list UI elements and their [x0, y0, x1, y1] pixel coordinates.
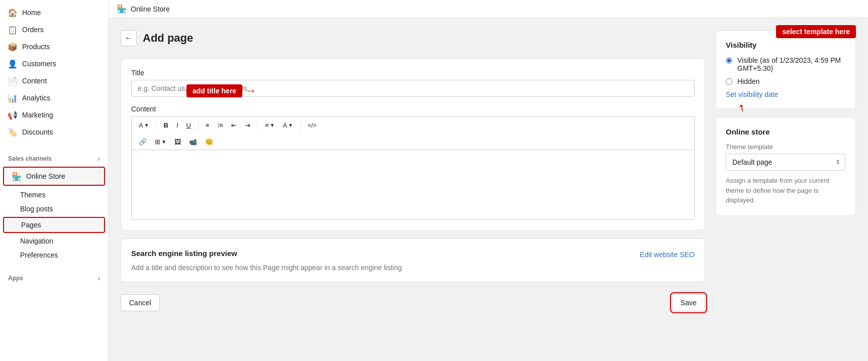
- back-button[interactable]: ←: [121, 30, 137, 46]
- form-panel: ← Add page Title Content A ▼ B I U: [121, 30, 705, 315]
- toolbar-font-dropdown[interactable]: A ▼: [136, 119, 152, 131]
- sidebar-sub-themes[interactable]: Themes: [0, 188, 108, 202]
- editor-body[interactable]: [131, 150, 695, 220]
- discounts-icon: 🏷️: [8, 128, 17, 137]
- visibility-hidden-label: Hidden: [737, 77, 759, 85]
- toolbar-color-dropdown[interactable]: A ▼: [280, 119, 297, 131]
- content-icon: 📄: [8, 76, 17, 85]
- store-title: Online store: [726, 128, 845, 136]
- toolbar-italic[interactable]: I: [173, 119, 181, 131]
- sidebar-item-label: Analytics: [22, 94, 50, 102]
- sidebar-sub-pages[interactable]: Pages: [4, 218, 104, 232]
- topbar: 🏪 Online Store: [109, 0, 868, 18]
- editor-toolbar-row2: 🔗 ⊞ ▼ 🖼 📹 😊: [131, 134, 695, 150]
- visibility-visible-option[interactable]: Visible (as of 1/23/2023, 4:59 PM GMT+5:…: [726, 56, 845, 72]
- apps-chevron-icon: ›: [98, 274, 100, 282]
- chevron-icon: ›: [98, 155, 100, 163]
- template-select[interactable]: Default page page.contact page.faq: [726, 154, 845, 171]
- sidebar-sub-blog-posts[interactable]: Blog posts: [0, 202, 108, 216]
- toolbar-indent-left[interactable]: ⇤: [228, 119, 240, 131]
- editor-toolbar: A ▼ B I U ≡ ⁝≡ ⇤ ⇥ ≡ ▼: [131, 116, 695, 134]
- sidebar-item-label: Home: [22, 9, 41, 17]
- right-panel: Visibility Visible (as of 1/23/2023, 4:5…: [715, 30, 856, 216]
- toolbar-link[interactable]: 🔗: [136, 136, 150, 148]
- toolbar-ol[interactable]: ⁝≡: [215, 119, 227, 131]
- toolbar-ul[interactable]: ≡: [203, 119, 213, 131]
- marketing-icon: 📢: [8, 110, 17, 119]
- sidebar-item-content[interactable]: 📄 Content: [0, 72, 108, 89]
- toolbar-emoji[interactable]: 😊: [202, 136, 216, 148]
- add-title-annotation: add title here: [186, 84, 242, 97]
- toolbar-image[interactable]: 🖼: [171, 136, 184, 148]
- online-store-label: Online Store: [26, 172, 65, 180]
- sidebar-item-customers[interactable]: 👤 Customers: [0, 55, 108, 72]
- home-icon: 🏠: [8, 8, 17, 17]
- page-title: Add page: [143, 32, 193, 45]
- topbar-title: Online Store: [131, 5, 170, 13]
- apps-label: Apps ›: [0, 268, 108, 284]
- seo-title: Search engine listing preview: [131, 249, 237, 258]
- toolbar-sep-1: [156, 121, 157, 130]
- sidebar: 🏠 Home 📋 Orders 📦 Products 👤 Customers 📄…: [0, 0, 109, 361]
- toolbar-bold[interactable]: B: [161, 119, 171, 131]
- visibility-hidden-radio[interactable]: [726, 78, 732, 85]
- sidebar-sub-preferences[interactable]: Preferences: [0, 248, 108, 262]
- visibility-title: Visibility: [726, 41, 845, 49]
- analytics-icon: 📊: [8, 93, 17, 102]
- toolbar-sep-4: [300, 121, 301, 130]
- save-button[interactable]: Save: [672, 294, 705, 311]
- sidebar-item-marketing[interactable]: 📢 Marketing: [0, 106, 108, 124]
- set-visibility-date-link[interactable]: Set visibility date: [726, 90, 845, 98]
- template-select-wrapper: Default page page.contact page.faq: [726, 154, 845, 171]
- toolbar-video[interactable]: 📹: [186, 136, 200, 148]
- toolbar-indent-right[interactable]: ⇥: [242, 119, 253, 131]
- template-label: Theme template: [726, 143, 845, 151]
- page-header: ← Add page: [121, 30, 705, 46]
- toolbar-underline[interactable]: U: [183, 119, 194, 131]
- sidebar-item-online-store[interactable]: 🏪 Online Store: [4, 168, 104, 185]
- main-content: 🏪 Online Store add title here → ← Add pa…: [109, 0, 868, 361]
- customers-icon: 👤: [8, 59, 17, 68]
- online-store-icon: 🏪: [12, 172, 21, 181]
- toolbar-code[interactable]: </>: [305, 120, 319, 131]
- select-template-annotation: select template here: [776, 25, 856, 38]
- sidebar-item-label: Customers: [22, 60, 56, 68]
- sales-channels-label: Sales channels ›: [0, 149, 108, 165]
- bottom-bar: Cancel Save: [121, 290, 705, 315]
- toolbar-sep-2: [198, 121, 199, 130]
- sidebar-item-label: Orders: [22, 26, 44, 34]
- sidebar-item-label: Marketing: [22, 111, 53, 119]
- online-store-card: ↙ Online store Theme template Default pa…: [715, 117, 856, 216]
- sidebar-item-label: Discounts: [22, 128, 53, 136]
- template-desc: Assign a template from your current them…: [726, 176, 845, 205]
- seo-card: Search engine listing preview Edit websi…: [121, 238, 705, 282]
- sidebar-sub-navigation[interactable]: Navigation: [0, 234, 108, 248]
- visibility-visible-label: Visible (as of 1/23/2023, 4:59 PM GMT+5:…: [737, 56, 845, 72]
- orders-icon: 📋: [8, 25, 17, 34]
- toolbar-table-dropdown[interactable]: ⊞ ▼: [152, 136, 169, 148]
- content-area: add title here → ← Add page Title Conten…: [109, 18, 868, 361]
- sidebar-item-analytics[interactable]: 📊 Analytics: [0, 89, 108, 106]
- add-title-arrow: →: [245, 84, 256, 97]
- sidebar-item-label: Products: [22, 43, 50, 51]
- sidebar-item-home[interactable]: 🏠 Home: [0, 4, 108, 21]
- sidebar-item-label: Content: [22, 77, 47, 85]
- toolbar-align-dropdown[interactable]: ≡ ▼: [262, 119, 278, 131]
- cancel-button[interactable]: Cancel: [121, 294, 160, 311]
- sidebar-item-orders[interactable]: 📋 Orders: [0, 21, 108, 38]
- seo-description: Add a title and description to see how t…: [131, 264, 695, 272]
- online-store-topbar-icon: 🏪: [117, 4, 127, 14]
- visibility-card: Visibility Visible (as of 1/23/2023, 4:5…: [715, 30, 856, 109]
- sidebar-item-products[interactable]: 📦 Products: [0, 38, 108, 55]
- toolbar-sep-3: [257, 121, 258, 130]
- products-icon: 📦: [8, 42, 17, 51]
- edit-seo-link[interactable]: Edit website SEO: [640, 251, 695, 259]
- sidebar-item-discounts[interactable]: 🏷️ Discounts: [0, 124, 108, 141]
- content-field-label: Content: [131, 105, 695, 113]
- visibility-hidden-option[interactable]: Hidden: [726, 77, 845, 85]
- title-field-label: Title: [131, 69, 695, 77]
- visibility-visible-radio[interactable]: [726, 57, 732, 64]
